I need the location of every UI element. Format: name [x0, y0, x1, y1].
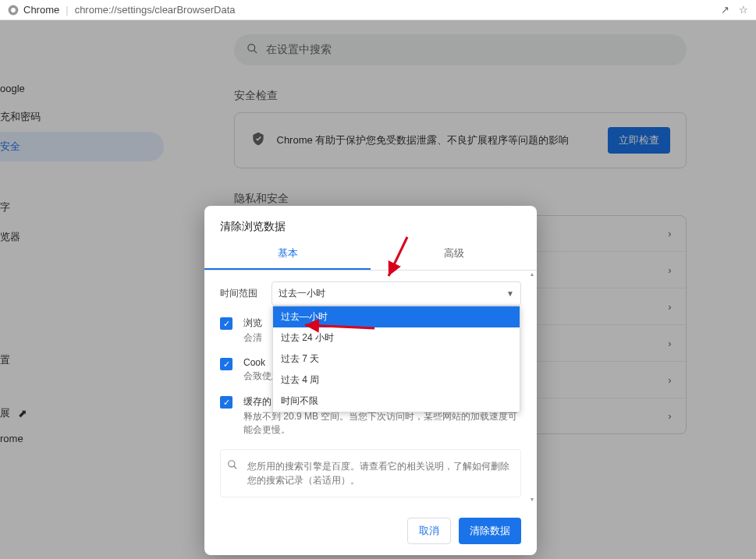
time-range-dropdown[interactable]: 过去一小时 ▼ 过去—小时 过去 24 小时 过去 7 天 过去 4 周 时间不… — [272, 281, 521, 306]
sidebar-item-default-browser[interactable]: 览器 — [0, 222, 164, 252]
settings-search[interactable]: 在设置中搜索 — [234, 34, 687, 65]
sidebar-item-autofill[interactable]: 充和密码 — [0, 102, 164, 132]
section-title-safety: 安全检查 — [234, 89, 687, 103]
checkbox-history[interactable]: ✓ — [220, 317, 232, 330]
external-link-icon: ⬈ — [18, 407, 27, 419]
separator: | — [66, 4, 68, 16]
dropdown-option[interactable]: 时间不限 — [273, 391, 520, 412]
dropdown-option[interactable]: 过去—小时 — [273, 306, 520, 327]
dialog-scrollbar[interactable]: ▴ ▾ — [529, 271, 535, 504]
tab-title: Chrome — [23, 4, 59, 16]
chevron-right-icon: › — [668, 338, 671, 349]
clear-data-button[interactable]: 清除数据 — [459, 518, 521, 544]
svg-point-1 — [11, 8, 16, 12]
section-title-privacy: 隐私和安全 — [234, 192, 687, 206]
chevron-right-icon: › — [668, 410, 671, 422]
safety-desc: Chrome 有助于保护您免受数据泄露、不良扩展程序等问题的影响 — [277, 133, 597, 147]
scroll-up-icon[interactable]: ▴ — [529, 271, 535, 278]
safety-check-card: Chrome 有助于保护您免受数据泄露、不良扩展程序等问题的影响 立即检查 — [234, 112, 687, 168]
checkbox-cache[interactable]: ✓ — [220, 396, 232, 409]
tab-basic[interactable]: 基本 — [204, 239, 371, 270]
url-text: chrome://settings/clearBrowserData — [75, 4, 236, 16]
sidebar-item-extensions[interactable]: 展 — [0, 406, 10, 420]
sidebar: oogle 充和密码 安全 字 览器 置 展 ⬈ rome — [0, 20, 164, 559]
dropdown-option[interactable]: 过去 4 周 — [273, 370, 520, 391]
sidebar-item-reset[interactable]: 置 — [0, 345, 164, 375]
dialog-title: 清除浏览数据 — [204, 206, 537, 239]
dialog-tabs: 基本 高级 — [204, 239, 537, 271]
browser-address-bar: Chrome | chrome://settings/clearBrowserD… — [0, 0, 756, 20]
search-engine-info: 您所用的搜索引擎是百度。请查看它的相关说明，了解如何删除您的搜索记录（若适用）。 — [220, 449, 521, 497]
svg-point-4 — [229, 461, 235, 467]
dropdown-option[interactable]: 过去 24 小时 — [273, 327, 520, 348]
time-range-label: 时间范围 — [220, 287, 261, 300]
scroll-down-icon[interactable]: ▾ — [529, 496, 535, 504]
sidebar-item-appearance[interactable]: 字 — [0, 193, 164, 222]
checkbox-cookies[interactable]: ✓ — [220, 358, 232, 370]
star-icon[interactable]: ☆ — [739, 4, 748, 16]
svg-line-3 — [254, 50, 257, 53]
svg-point-2 — [247, 44, 254, 51]
sidebar-item-about[interactable]: rome — [0, 425, 164, 452]
share-icon[interactable]: ↗ — [721, 4, 729, 16]
cancel-button[interactable]: 取消 — [407, 518, 451, 544]
sidebar-item-privacy[interactable]: 安全 — [0, 132, 164, 161]
search-icon — [227, 459, 238, 487]
chevron-right-icon: › — [668, 228, 671, 239]
chevron-right-icon: › — [668, 374, 671, 386]
chevron-down-icon: ▼ — [506, 289, 514, 298]
chevron-right-icon: › — [668, 264, 671, 276]
search-placeholder: 在设置中搜索 — [266, 43, 332, 57]
dropdown-value: 过去一小时 — [279, 287, 506, 300]
clear-browsing-data-dialog: 清除浏览数据 基本 高级 时间范围 过去一小时 ▼ 过去—小时 过去 24 小时… — [204, 206, 537, 555]
dropdown-option[interactable]: 过去 7 天 — [273, 348, 520, 370]
search-icon — [247, 43, 258, 57]
chrome-icon — [8, 5, 19, 16]
time-range-menu: 过去—小时 过去 24 小时 过去 7 天 过去 4 周 时间不限 — [272, 306, 520, 412]
chevron-right-icon: › — [668, 301, 671, 313]
shield-icon — [250, 131, 266, 150]
check-now-button[interactable]: 立即检查 — [608, 127, 670, 154]
svg-line-5 — [234, 466, 237, 469]
tab-advanced[interactable]: 高级 — [371, 239, 537, 270]
sidebar-item-google[interactable]: oogle — [0, 75, 164, 102]
